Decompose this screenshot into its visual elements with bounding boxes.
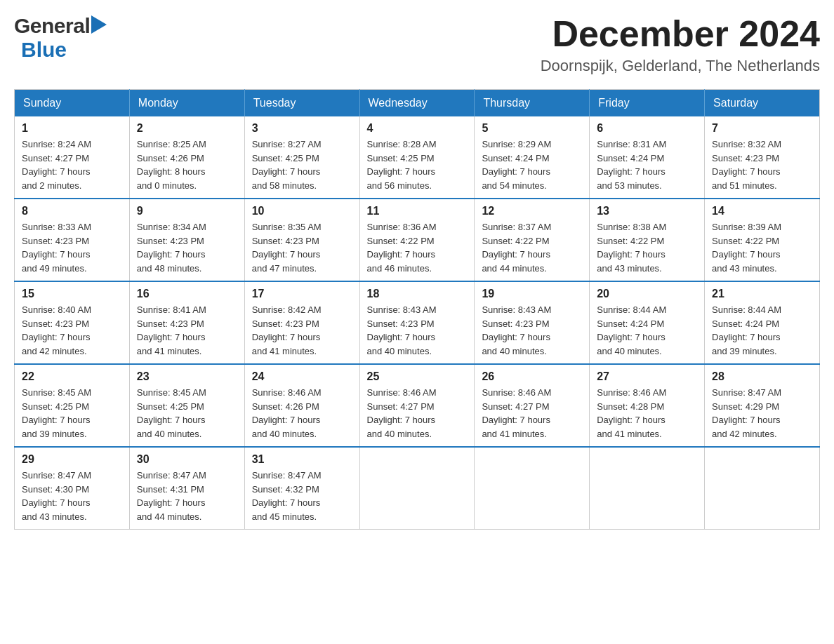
day-info: Sunrise: 8:29 AMSunset: 4:24 PMDaylight:… <box>482 137 582 192</box>
day-number: 28 <box>712 370 812 383</box>
table-row: 16 Sunrise: 8:41 AMSunset: 4:23 PMDaylig… <box>129 281 244 364</box>
table-row: 25 Sunrise: 8:46 AMSunset: 4:27 PMDaylig… <box>359 364 475 447</box>
title-section: December 2024 Doornspijk, Gelderland, Th… <box>541 14 820 75</box>
day-info: Sunrise: 8:36 AMSunset: 4:22 PMDaylight:… <box>367 220 468 275</box>
day-number: 2 <box>137 122 237 135</box>
calendar-week-row: 8 Sunrise: 8:33 AMSunset: 4:23 PMDayligh… <box>15 199 820 281</box>
day-number: 31 <box>252 453 352 466</box>
table-row: 5 Sunrise: 8:29 AMSunset: 4:24 PMDayligh… <box>475 116 590 199</box>
table-row: 10 Sunrise: 8:35 AMSunset: 4:23 PMDaylig… <box>244 199 359 281</box>
day-info: Sunrise: 8:31 AMSunset: 4:24 PMDaylight:… <box>597 137 697 192</box>
calendar-week-row: 15 Sunrise: 8:40 AMSunset: 4:23 PMDaylig… <box>15 281 820 364</box>
day-number: 12 <box>482 205 582 217</box>
day-info: Sunrise: 8:39 AMSunset: 4:22 PMDaylight:… <box>712 220 812 275</box>
day-info: Sunrise: 8:47 AMSunset: 4:29 PMDaylight:… <box>712 386 812 441</box>
table-row <box>705 447 820 530</box>
logo-blue-text: Blue <box>21 38 67 62</box>
table-row <box>475 447 590 530</box>
table-row <box>590 447 705 530</box>
table-row: 1 Sunrise: 8:24 AMSunset: 4:27 PMDayligh… <box>15 116 130 199</box>
day-number: 21 <box>712 288 812 300</box>
day-info: Sunrise: 8:45 AMSunset: 4:25 PMDaylight:… <box>137 386 237 441</box>
day-info: Sunrise: 8:35 AMSunset: 4:23 PMDaylight:… <box>252 220 352 275</box>
day-number: 17 <box>252 288 352 300</box>
day-info: Sunrise: 8:44 AMSunset: 4:24 PMDaylight:… <box>712 303 812 358</box>
logo-general-text: General <box>14 14 90 38</box>
calendar-table: Sunday Monday Tuesday Wednesday Thursday… <box>14 89 820 530</box>
day-number: 23 <box>137 370 237 383</box>
day-number: 9 <box>137 205 237 217</box>
day-number: 10 <box>252 205 352 217</box>
table-row: 18 Sunrise: 8:43 AMSunset: 4:23 PMDaylig… <box>359 281 475 364</box>
calendar-week-row: 22 Sunrise: 8:45 AMSunset: 4:25 PMDaylig… <box>15 364 820 447</box>
logo: General Blue <box>14 14 107 62</box>
col-friday: Friday <box>590 90 705 117</box>
table-row <box>359 447 475 530</box>
calendar-week-row: 1 Sunrise: 8:24 AMSunset: 4:27 PMDayligh… <box>15 116 820 199</box>
svg-marker-0 <box>91 15 107 34</box>
day-info: Sunrise: 8:33 AMSunset: 4:23 PMDaylight:… <box>22 220 122 275</box>
day-number: 20 <box>597 288 697 300</box>
day-info: Sunrise: 8:46 AMSunset: 4:28 PMDaylight:… <box>597 386 697 441</box>
day-number: 24 <box>252 370 352 383</box>
table-row: 21 Sunrise: 8:44 AMSunset: 4:24 PMDaylig… <box>705 281 820 364</box>
day-info: Sunrise: 8:43 AMSunset: 4:23 PMDaylight:… <box>367 303 468 358</box>
col-saturday: Saturday <box>705 90 820 117</box>
col-wednesday: Wednesday <box>359 90 475 117</box>
table-row: 12 Sunrise: 8:37 AMSunset: 4:22 PMDaylig… <box>475 199 590 281</box>
day-info: Sunrise: 8:41 AMSunset: 4:23 PMDaylight:… <box>137 303 237 358</box>
table-row: 4 Sunrise: 8:28 AMSunset: 4:25 PMDayligh… <box>359 116 475 199</box>
day-info: Sunrise: 8:47 AMSunset: 4:32 PMDaylight:… <box>252 469 352 523</box>
day-number: 5 <box>482 122 582 135</box>
day-number: 22 <box>22 370 122 383</box>
day-info: Sunrise: 8:47 AMSunset: 4:30 PMDaylight:… <box>22 469 122 523</box>
day-number: 6 <box>597 122 697 135</box>
day-number: 26 <box>482 370 582 383</box>
col-monday: Monday <box>129 90 244 117</box>
location-subtitle: Doornspijk, Gelderland, The Netherlands <box>541 57 820 75</box>
day-info: Sunrise: 8:28 AMSunset: 4:25 PMDaylight:… <box>367 137 468 192</box>
day-number: 1 <box>22 122 122 135</box>
table-row: 11 Sunrise: 8:36 AMSunset: 4:22 PMDaylig… <box>359 199 475 281</box>
day-number: 18 <box>367 288 468 300</box>
day-number: 15 <box>22 288 122 300</box>
day-info: Sunrise: 8:32 AMSunset: 4:23 PMDaylight:… <box>712 137 812 192</box>
day-info: Sunrise: 8:45 AMSunset: 4:25 PMDaylight:… <box>22 386 122 441</box>
day-info: Sunrise: 8:44 AMSunset: 4:24 PMDaylight:… <box>597 303 697 358</box>
day-number: 7 <box>712 122 812 135</box>
table-row: 30 Sunrise: 8:47 AMSunset: 4:31 PMDaylig… <box>129 447 244 530</box>
day-info: Sunrise: 8:42 AMSunset: 4:23 PMDaylight:… <box>252 303 352 358</box>
table-row: 20 Sunrise: 8:44 AMSunset: 4:24 PMDaylig… <box>590 281 705 364</box>
month-year-title: December 2024 <box>541 14 820 54</box>
col-thursday: Thursday <box>475 90 590 117</box>
day-number: 3 <box>252 122 352 135</box>
page-header: General Blue December 2024 Doornspijk, G… <box>14 14 820 75</box>
table-row: 22 Sunrise: 8:45 AMSunset: 4:25 PMDaylig… <box>15 364 130 447</box>
logo-arrow-icon <box>91 15 107 34</box>
day-number: 30 <box>137 453 237 466</box>
table-row: 27 Sunrise: 8:46 AMSunset: 4:28 PMDaylig… <box>590 364 705 447</box>
table-row: 29 Sunrise: 8:47 AMSunset: 4:30 PMDaylig… <box>15 447 130 530</box>
table-row: 7 Sunrise: 8:32 AMSunset: 4:23 PMDayligh… <box>705 116 820 199</box>
table-row: 8 Sunrise: 8:33 AMSunset: 4:23 PMDayligh… <box>15 199 130 281</box>
day-number: 16 <box>137 288 237 300</box>
table-row: 9 Sunrise: 8:34 AMSunset: 4:23 PMDayligh… <box>129 199 244 281</box>
day-number: 14 <box>712 205 812 217</box>
day-number: 25 <box>367 370 468 383</box>
table-row: 24 Sunrise: 8:46 AMSunset: 4:26 PMDaylig… <box>244 364 359 447</box>
day-info: Sunrise: 8:40 AMSunset: 4:23 PMDaylight:… <box>22 303 122 358</box>
table-row: 3 Sunrise: 8:27 AMSunset: 4:25 PMDayligh… <box>244 116 359 199</box>
day-number: 4 <box>367 122 468 135</box>
table-row: 13 Sunrise: 8:38 AMSunset: 4:22 PMDaylig… <box>590 199 705 281</box>
day-info: Sunrise: 8:34 AMSunset: 4:23 PMDaylight:… <box>137 220 237 275</box>
col-tuesday: Tuesday <box>244 90 359 117</box>
day-info: Sunrise: 8:46 AMSunset: 4:27 PMDaylight:… <box>367 386 468 441</box>
day-number: 13 <box>597 205 697 217</box>
day-number: 8 <box>22 205 122 217</box>
day-info: Sunrise: 8:24 AMSunset: 4:27 PMDaylight:… <box>22 137 122 192</box>
table-row: 2 Sunrise: 8:25 AMSunset: 4:26 PMDayligh… <box>129 116 244 199</box>
day-info: Sunrise: 8:46 AMSunset: 4:27 PMDaylight:… <box>482 386 582 441</box>
day-info: Sunrise: 8:25 AMSunset: 4:26 PMDaylight:… <box>137 137 237 192</box>
day-info: Sunrise: 8:46 AMSunset: 4:26 PMDaylight:… <box>252 386 352 441</box>
calendar-week-row: 29 Sunrise: 8:47 AMSunset: 4:30 PMDaylig… <box>15 447 820 530</box>
